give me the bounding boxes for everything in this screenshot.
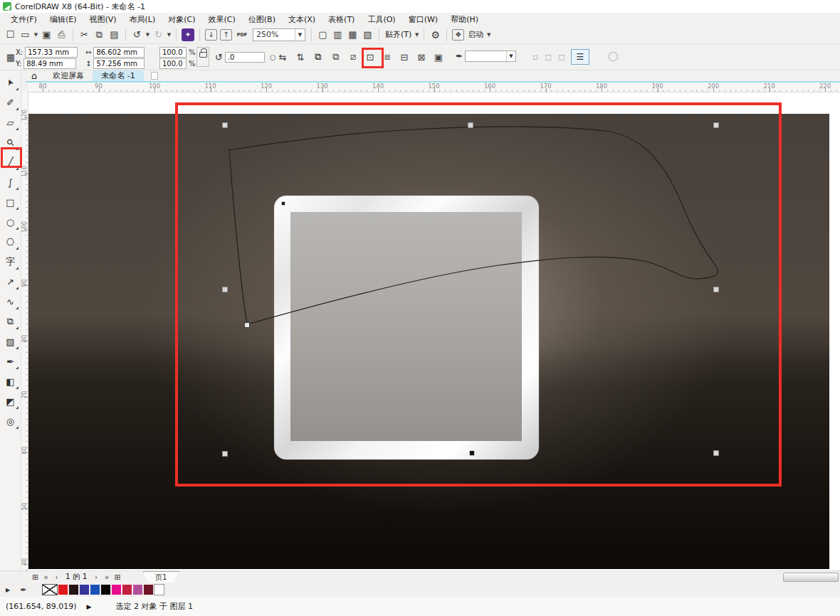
object-height-input[interactable] (93, 58, 145, 69)
menu-bitmaps[interactable]: 位图(B) (242, 14, 282, 26)
zoom-level-select[interactable]: 250%▼ (253, 28, 305, 41)
color-swatch-black[interactable] (100, 584, 111, 595)
menu-file[interactable]: 文件(F) (4, 14, 43, 26)
freehand-tool[interactable]: ╱ (1, 152, 20, 172)
zoom-dropdown-icon[interactable]: ▼ (295, 29, 305, 41)
canvas-viewport[interactable] (28, 92, 840, 570)
redo-dropdown-icon[interactable]: ▼ (166, 32, 172, 38)
horizontal-ruler[interactable]: 8090100110120130140150160170180190200210… (28, 83, 840, 92)
selection-handle[interactable] (714, 451, 719, 456)
outline-width-combo[interactable]: ▼ (465, 51, 516, 62)
redo-icon[interactable]: ↻ (151, 27, 166, 42)
connector-tool[interactable]: ∿ (1, 292, 20, 312)
last-page-button[interactable]: » (102, 572, 112, 582)
launch-button[interactable]: 启动 (466, 29, 485, 40)
add-page-after-button[interactable]: ⊞ (112, 572, 123, 582)
selection-handle[interactable] (714, 123, 719, 128)
color-swatch-orchid[interactable] (132, 584, 143, 595)
add-page-before-button[interactable]: ⊞ (30, 572, 41, 582)
color-swatch-crimson[interactable] (122, 584, 132, 595)
new-document-icon[interactable]: ☐ (3, 27, 18, 42)
menu-window[interactable]: 窗口(W) (402, 14, 444, 26)
back-minus-front-button[interactable]: ⊠ (413, 48, 430, 65)
cut-icon[interactable]: ✂ (77, 27, 92, 42)
menu-help[interactable]: 帮助(H) (444, 14, 485, 26)
color-swatch-maroon[interactable] (143, 584, 154, 595)
mirror-horizontal-button[interactable]: ⇆ (275, 49, 290, 65)
menu-text[interactable]: 文本(X) (282, 14, 322, 26)
interactive-fill-tool[interactable]: ◧ (1, 371, 20, 391)
first-page-button[interactable]: « (41, 572, 51, 582)
object-width-input[interactable] (93, 47, 145, 58)
show-guidelines-icon[interactable]: ▧ (360, 27, 375, 42)
smart-fill-tool[interactable]: ◩ (1, 391, 20, 411)
weld-button[interactable]: ⧉ (327, 48, 345, 65)
drop-shadow-tool[interactable]: ⧉ (1, 312, 20, 331)
metal-frame-object[interactable] (274, 196, 539, 460)
rectangle-tool[interactable]: □ (1, 192, 20, 212)
publish-pdf-icon[interactable]: PDF (233, 27, 251, 42)
vertical-ruler[interactable]: 120110100908070605040 (21, 92, 28, 570)
mirror-vertical-button[interactable]: ⇅ (293, 49, 308, 65)
selection-handle[interactable] (223, 452, 228, 457)
selection-handle[interactable] (468, 123, 473, 128)
next-page-button[interactable]: › (91, 572, 102, 582)
artistic-media-tool[interactable]: ∫ (1, 172, 20, 192)
open-icon[interactable]: ▭ (18, 27, 33, 42)
polygon-tool[interactable]: ⎔ (1, 232, 20, 252)
home-icon[interactable]: ⌂ (31, 70, 37, 81)
y-position-input[interactable] (23, 58, 76, 69)
color-swatch-no-color[interactable] (42, 584, 58, 595)
simplify-button[interactable]: ⧈ (379, 48, 396, 65)
page-tab[interactable]: 页1 (143, 571, 179, 583)
print-icon[interactable]: ⎙ (54, 27, 69, 42)
color-eyedropper-tool[interactable]: ✒ (1, 351, 20, 371)
tab-document[interactable]: 未命名 -1 (93, 70, 143, 81)
intersect-button[interactable]: ⊡ (362, 48, 379, 65)
paste-icon[interactable]: ▤ (107, 27, 122, 42)
text-tool[interactable]: 字 (1, 252, 20, 272)
status-flyout-icon[interactable]: ▶ (87, 603, 92, 610)
import-icon[interactable]: ↓ (205, 29, 217, 41)
x-position-input[interactable] (25, 47, 78, 58)
snap-dropdown-icon[interactable]: ▼ (414, 32, 420, 38)
color-swatch-red[interactable] (58, 584, 68, 595)
outline-tool[interactable]: ◎ (1, 411, 20, 431)
fullscreen-preview-icon[interactable]: ▢ (315, 27, 330, 42)
shape-tool[interactable]: ✐ (1, 92, 20, 112)
undo-dropdown-icon[interactable]: ▼ (145, 32, 151, 38)
trim-button[interactable]: ⧄ (345, 48, 362, 65)
menu-effects[interactable]: 效果(C) (202, 14, 242, 26)
create-boundary-button[interactable]: ▣ (430, 48, 447, 65)
color-swatch-indigo[interactable] (79, 584, 90, 595)
color-swatch-white[interactable] (154, 584, 164, 595)
color-swatch-dark-brown[interactable] (68, 584, 79, 595)
options-gear-icon[interactable]: ⚙ (428, 27, 443, 42)
palette-flyout-icon[interactable]: ▶ (6, 587, 10, 593)
menu-view[interactable]: 视图(V) (83, 14, 122, 26)
pick-tool[interactable]: ➤ (1, 73, 20, 92)
selection-handle[interactable] (223, 287, 228, 292)
lock-ratio-button[interactable] (196, 47, 209, 67)
export-icon[interactable]: ↑ (220, 29, 232, 41)
frame-inner[interactable] (290, 212, 522, 441)
color-swatch-magenta[interactable] (111, 584, 122, 595)
search-content-icon[interactable]: ✦ (182, 28, 194, 41)
ellipse-tool[interactable]: ○ (1, 212, 20, 232)
selection-handle[interactable] (470, 451, 475, 456)
menu-tools[interactable]: 工具(O) (361, 14, 401, 26)
color-swatch-blue[interactable] (90, 584, 100, 595)
horizontal-scrollbar[interactable] (783, 573, 839, 582)
save-icon[interactable]: ▣ (39, 27, 54, 42)
zoom-tool[interactable]: ⚲ (1, 132, 20, 152)
palette-eyedropper-icon[interactable]: ✒ (20, 585, 26, 595)
undo-icon[interactable]: ↺ (130, 27, 145, 42)
previous-page-button[interactable]: ‹ (51, 572, 62, 582)
combo-dropdown-icon[interactable]: ▼ (506, 51, 515, 61)
dimension-tool[interactable]: ↗ (1, 272, 20, 292)
rotation-angle-input[interactable] (225, 52, 265, 63)
start-node[interactable] (245, 323, 250, 328)
menu-table[interactable]: 表格(T) (322, 14, 361, 26)
selection-handle[interactable] (223, 123, 228, 128)
scale-h-input[interactable] (159, 47, 187, 58)
